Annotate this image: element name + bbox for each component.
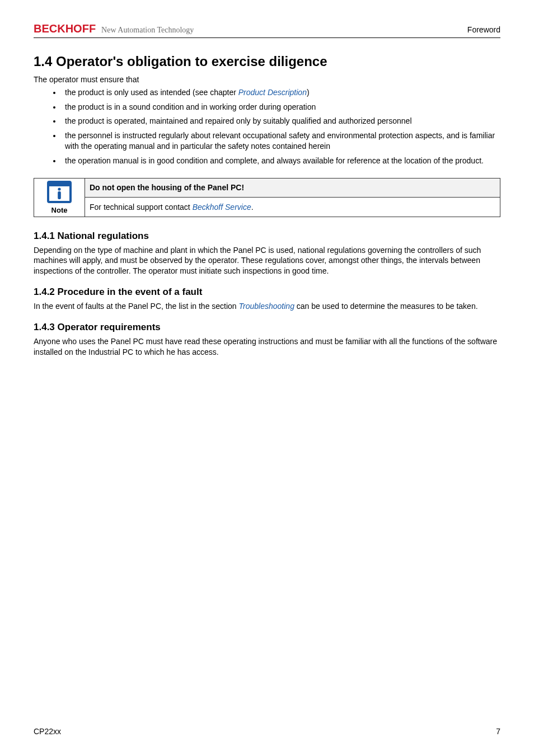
product-description-link[interactable]: Product Description	[238, 88, 307, 97]
subsection-body: In the event of faults at the Panel PC, …	[34, 301, 500, 312]
list-text-suffix: )	[307, 88, 310, 97]
info-icon	[46, 181, 73, 203]
logo-block: BECKHOFF New Automation Technology	[34, 22, 194, 35]
list-item: the personnel is instructed regularly ab…	[62, 130, 500, 152]
section-heading: 1.4 Operator's obligation to exercise di…	[34, 54, 500, 69]
svg-rect-1	[48, 182, 71, 186]
list-item: the operation manual is in good conditio…	[62, 156, 500, 167]
subsection-body: Anyone who uses the Panel PC must have r…	[34, 336, 500, 358]
beckhoff-service-link[interactable]: Beckhoff Service	[193, 203, 251, 212]
page-header: BECKHOFF New Automation Technology Forew…	[34, 22, 500, 38]
brand-tagline: New Automation Technology	[101, 26, 194, 35]
svg-rect-3	[58, 191, 61, 199]
obligation-list: the product is only used as intended (se…	[62, 87, 500, 167]
note-body-prefix: For technical support contact	[90, 203, 193, 212]
section-intro: The operator must ensure that	[34, 75, 500, 84]
svg-point-2	[58, 187, 60, 190]
list-item: the product is in a sound condition and …	[62, 102, 500, 113]
note-title: Do not open the housing of the Panel PC!	[85, 178, 500, 198]
body-prefix: In the event of faults at the Panel PC, …	[34, 302, 239, 311]
note-icon-cell: Note	[34, 178, 85, 217]
subsection-heading: 1.4.2 Procedure in the event of a fault	[34, 287, 500, 298]
footer-page-number: 7	[496, 727, 500, 736]
list-item: the product is only used as intended (se…	[62, 87, 500, 98]
subsection-body: Depending on the type of machine and pla…	[34, 245, 500, 277]
list-item: the product is operated, maintained and …	[62, 116, 500, 127]
note-body-suffix: .	[251, 203, 254, 212]
subsection-heading: 1.4.3 Operator requirements	[34, 322, 500, 333]
subsection-heading: 1.4.1 National regulations	[34, 231, 500, 242]
brand-logo: BECKHOFF	[34, 22, 96, 35]
note-box: Note Do not open the housing of the Pane…	[34, 178, 500, 217]
note-body: For technical support contact Beckhoff S…	[85, 198, 500, 217]
list-text-prefix: the product is only used as intended (se…	[65, 88, 238, 97]
chapter-title: Foreword	[467, 25, 500, 34]
troubleshooting-link[interactable]: Troubleshooting	[239, 302, 294, 311]
body-suffix: can be used to determine the measures to…	[294, 302, 478, 311]
note-caption: Note	[39, 206, 80, 214]
page-footer: CP22xx 7	[34, 727, 500, 736]
footer-left: CP22xx	[34, 727, 61, 736]
